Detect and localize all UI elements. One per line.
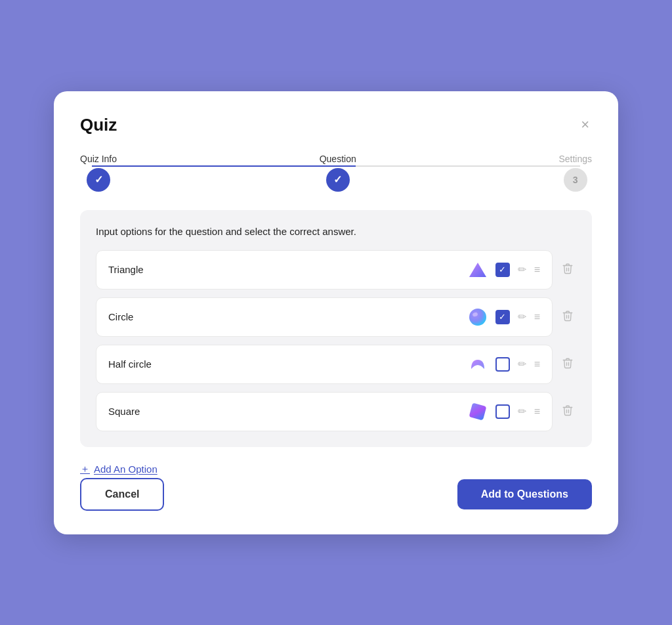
option-row-square: Square (96, 392, 576, 431)
option-card-circle: Circle (96, 297, 553, 337)
option-row-triangle: Triangle (96, 250, 576, 290)
option-row-circle: Circle (96, 297, 576, 337)
option-text-circle: Circle (108, 311, 133, 322)
edit-icon-square[interactable]: ✏ (518, 405, 526, 418)
checkbox-square[interactable] (495, 404, 510, 419)
menu-icon-circle[interactable]: ≡ (534, 311, 540, 323)
plus-icon: ＋ (80, 463, 90, 475)
edit-icon-circle[interactable]: ✏ (518, 311, 526, 323)
options-list: Triangle (96, 250, 576, 431)
option-row-halfcircle: Half circle (96, 345, 576, 384)
checkbox-triangle[interactable] (495, 263, 510, 277)
add-option-row: ＋ Add An Option (80, 463, 592, 475)
stepper-track-fill (92, 165, 356, 167)
modal-header: Quiz × (80, 115, 592, 135)
cancel-button[interactable]: Cancel (80, 478, 164, 511)
menu-icon-triangle[interactable]: ≡ (534, 264, 540, 276)
checkbox-circle[interactable] (495, 310, 510, 324)
option-card-triangle: Triangle (96, 250, 553, 290)
submit-button[interactable]: Add to Questions (457, 479, 592, 509)
option-text-halfcircle: Half circle (108, 358, 152, 370)
step-settings-circle: 3 (564, 168, 587, 192)
stepper: Quiz Info Question Settings 3 (80, 154, 592, 192)
square-shape-icon (468, 402, 488, 421)
circle-shape-icon (468, 307, 488, 327)
instruction-text: Input options for the question and selec… (96, 226, 576, 237)
svg-point-1 (469, 309, 486, 326)
add-option-label: Add An Option (94, 463, 158, 475)
option-actions-square: ✏ ≡ (468, 402, 540, 421)
step-settings: Settings 3 (558, 154, 592, 192)
option-card-halfcircle: Half circle (96, 345, 553, 384)
content-area: Input options for the question and selec… (80, 210, 592, 447)
svg-marker-0 (469, 263, 486, 277)
delete-button-halfcircle[interactable] (559, 355, 576, 374)
delete-button-triangle[interactable] (559, 260, 576, 280)
quiz-modal: Quiz × Quiz Info Question Settings 3 Inp… (54, 91, 618, 534)
modal-footer: Cancel Add to Questions (80, 475, 592, 511)
menu-icon-halfcircle[interactable]: ≡ (534, 358, 540, 370)
menu-icon-square[interactable]: ≡ (534, 406, 540, 418)
step-question-label: Question (320, 154, 356, 164)
triangle-shape-icon (468, 260, 488, 280)
delete-button-square[interactable] (559, 402, 576, 421)
add-option-button[interactable]: ＋ Add An Option (80, 463, 158, 475)
option-text-square: Square (108, 406, 140, 417)
option-text-triangle: Triangle (108, 264, 144, 275)
close-button[interactable]: × (578, 115, 592, 135)
option-card-square: Square (96, 392, 553, 431)
modal-title: Quiz (80, 115, 117, 135)
checkbox-halfcircle[interactable] (495, 357, 510, 372)
halfcircle-shape-icon (468, 355, 488, 374)
option-actions-triangle: ✏ ≡ (468, 260, 540, 280)
option-actions-halfcircle: ✏ ≡ (468, 355, 540, 374)
edit-icon-triangle[interactable]: ✏ (518, 263, 526, 276)
step-quiz-info-circle (87, 168, 110, 192)
step-question-circle (326, 168, 350, 192)
step-quiz-info-label: Quiz Info (80, 154, 117, 164)
delete-button-circle[interactable] (559, 307, 576, 327)
option-actions-circle: ✏ ≡ (468, 307, 540, 327)
step-settings-label: Settings (558, 154, 592, 164)
svg-rect-3 (469, 402, 486, 420)
step-question: Question (320, 154, 356, 192)
step-quiz-info: Quiz Info (80, 154, 117, 192)
edit-icon-halfcircle[interactable]: ✏ (518, 358, 526, 370)
